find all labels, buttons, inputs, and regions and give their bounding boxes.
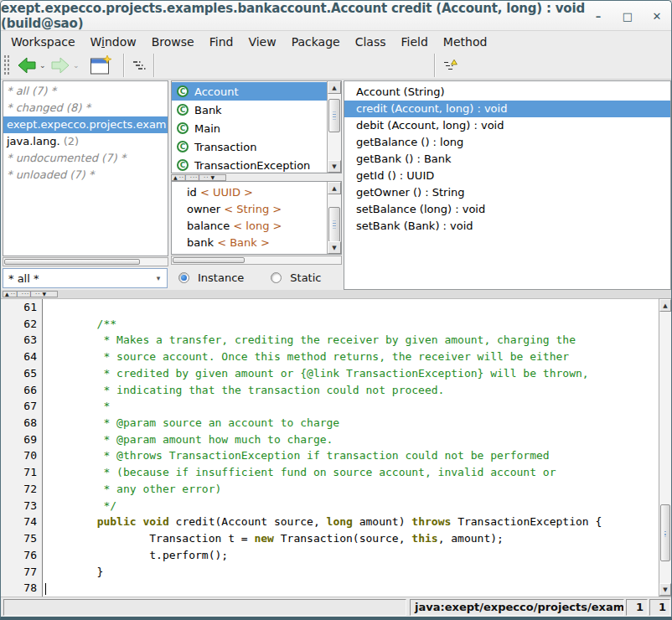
- code-editor[interactable]: 6162 /**63 * Makes a transfer, crediting…: [1, 298, 659, 597]
- method-list-item[interactable]: debit (Account, long) : void: [344, 117, 670, 134]
- package-list-item[interactable]: * changed (8) *: [3, 100, 168, 116]
- splitter-handle[interactable]: ▲··| ···| ··▼: [3, 291, 58, 297]
- scroll-up-icon[interactable]: ▲: [328, 81, 341, 94]
- scroll-up-icon[interactable]: ▲: [328, 182, 341, 194]
- scrollbar-thumb[interactable]: [328, 99, 340, 132]
- scrollbar-thumb[interactable]: [660, 504, 670, 561]
- forward-arrow-icon[interactable]: [49, 55, 71, 75]
- menu-item-class[interactable]: Class: [348, 34, 394, 50]
- back-history-chevron-icon[interactable]: ⌄: [39, 62, 46, 69]
- back-arrow-icon[interactable]: [16, 55, 38, 75]
- class-label: Transaction: [194, 141, 256, 153]
- package-label: * undocumented (7) *: [7, 152, 126, 164]
- scroll-up-icon[interactable]: ▲: [659, 299, 671, 312]
- code-text: /**: [43, 316, 116, 333]
- method-list-icon[interactable]: [132, 59, 146, 71]
- menu-item-field[interactable]: Field: [394, 34, 436, 50]
- menu-item-find[interactable]: Find: [202, 34, 241, 50]
- menu-item-package[interactable]: Package: [284, 34, 348, 50]
- method-list-item[interactable]: getBalance () : long: [344, 134, 670, 151]
- collapse-up-icon[interactable]: ▲: [173, 175, 178, 180]
- package-label: * changed (8) *: [7, 101, 90, 114]
- package-list-item[interactable]: * all (7) *: [3, 83, 168, 100]
- package-filter-combo[interactable]: * all * ▾: [3, 268, 168, 288]
- titlebar[interactable]: exept.expecco.projects.examples.bankacco…: [1, 1, 671, 31]
- code-line: 62 /**: [1, 316, 659, 333]
- scrollbar-thumb[interactable]: [173, 257, 245, 263]
- expand-down-icon[interactable]: ▼: [42, 292, 46, 297]
- menu-item-window[interactable]: Window: [83, 34, 144, 50]
- code-line: 67 *: [1, 398, 659, 415]
- field-hscrollbar[interactable]: [171, 256, 342, 265]
- menu-item-view[interactable]: View: [240, 34, 283, 50]
- menu-item-method[interactable]: Method: [436, 34, 495, 50]
- package-hscrollbar[interactable]: [3, 257, 168, 266]
- radio-icon[interactable]: [178, 272, 189, 283]
- code-text: *: [43, 398, 110, 415]
- line-number: 69: [1, 431, 43, 448]
- class-list-item[interactable]: CTransactionException: [172, 156, 327, 173]
- class-list-item[interactable]: CBank: [172, 101, 327, 119]
- package-list-item[interactable]: * undocumented (7) *: [3, 150, 168, 167]
- field-rows[interactable]: id < UUID >owner < String >balance < lon…: [172, 182, 327, 254]
- package-list-item[interactable]: * unloaded (7) *: [3, 167, 168, 183]
- scrollbar-thumb[interactable]: [328, 207, 340, 242]
- code-line: 69 * @param amount how much to charge.: [1, 431, 659, 448]
- code-line: 63 * Makes a transfer, crediting the rec…: [1, 332, 659, 349]
- method-list[interactable]: Account (String)credit (Account, long) :…: [344, 80, 671, 290]
- method-list-item[interactable]: getId () : UUID: [344, 168, 670, 184]
- scroll-down-icon[interactable]: ▼: [328, 241, 341, 254]
- method-warnings-icon[interactable]: [443, 59, 458, 72]
- class-list-item[interactable]: CAccount: [172, 82, 327, 101]
- method-list-item[interactable]: credit (Account, long) : void: [344, 101, 670, 117]
- method-list-item[interactable]: setBalance (long) : void: [344, 201, 670, 218]
- class-list-item[interactable]: CTransaction: [172, 137, 327, 156]
- radio-static[interactable]: Static: [271, 271, 321, 284]
- chevron-down-icon[interactable]: ▾: [150, 274, 167, 282]
- method-list-item[interactable]: setBank (Bank) : void: [344, 218, 670, 235]
- scroll-down-icon[interactable]: ▼: [659, 583, 671, 596]
- scrollbar-thumb[interactable]: [4, 259, 140, 265]
- forward-history-chevron-icon[interactable]: ⌄: [73, 62, 80, 69]
- method-list-item[interactable]: Account (String): [344, 84, 670, 101]
- menu-item-browse[interactable]: Browse: [144, 34, 202, 50]
- code-line: 72 * any other error): [1, 481, 659, 498]
- line-number: 76: [1, 547, 43, 564]
- maximize-button[interactable]: □: [622, 10, 633, 23]
- collapse-up-icon[interactable]: ▲: [5, 292, 9, 297]
- class-field-splitter[interactable]: ▲··| ···| ··▼: [171, 174, 226, 181]
- class-vscrollbar[interactable]: ▲ ▼: [327, 81, 341, 173]
- close-button[interactable]: ✕: [651, 10, 663, 23]
- class-rows[interactable]: CAccountCBankCMainCTransactionCTransacti…: [172, 81, 327, 173]
- package-list[interactable]: * all (7) ** changed (8) *exept.expecco.…: [3, 80, 168, 256]
- class-icon: C: [177, 141, 189, 152]
- menu-item-workspace[interactable]: Workspace: [3, 34, 83, 50]
- editor-vscrollbar[interactable]: ▲ ▼: [659, 298, 672, 597]
- field-list-item[interactable]: id < UUID >: [172, 184, 327, 201]
- method-list-item[interactable]: getBank () : Bank: [344, 151, 670, 168]
- new-browser-icon[interactable]: [90, 55, 112, 76]
- field-name: bank: [187, 236, 217, 249]
- code-line: 77 }: [1, 564, 659, 581]
- package-list-item[interactable]: exept.expecco.projects.exam: [3, 116, 168, 133]
- package-count: (2): [60, 135, 80, 147]
- method-list-item[interactable]: getOwner () : String: [344, 184, 670, 201]
- field-vscrollbar[interactable]: ▲ ▼: [327, 182, 341, 254]
- code-text: * source account. Once this method retur…: [43, 349, 569, 365]
- code-text: * @param source an account to charge: [43, 415, 339, 431]
- minimize-button[interactable]: –: [592, 10, 604, 23]
- field-list-item[interactable]: bank < Bank >: [172, 235, 327, 251]
- field-name: owner: [187, 203, 224, 215]
- window-title: exept.expecco.projects.examples.bankacco…: [1, 1, 671, 31]
- toolbar-drag-handle[interactable]: [3, 54, 9, 76]
- radio-icon[interactable]: [271, 272, 282, 283]
- expand-down-icon[interactable]: ▼: [210, 175, 215, 180]
- field-list-item[interactable]: balance < long >: [172, 218, 327, 235]
- scroll-down-icon[interactable]: ▼: [328, 160, 341, 173]
- class-list-item[interactable]: CMain: [172, 119, 327, 137]
- line-number: 65: [1, 365, 43, 382]
- package-list-item[interactable]: java.lang. (2): [3, 133, 168, 150]
- field-list-item[interactable]: owner < String >: [172, 201, 327, 218]
- horizontal-splitter[interactable]: ▲··| ···| ··▼: [1, 290, 671, 298]
- radio-instance[interactable]: Instance: [178, 271, 244, 284]
